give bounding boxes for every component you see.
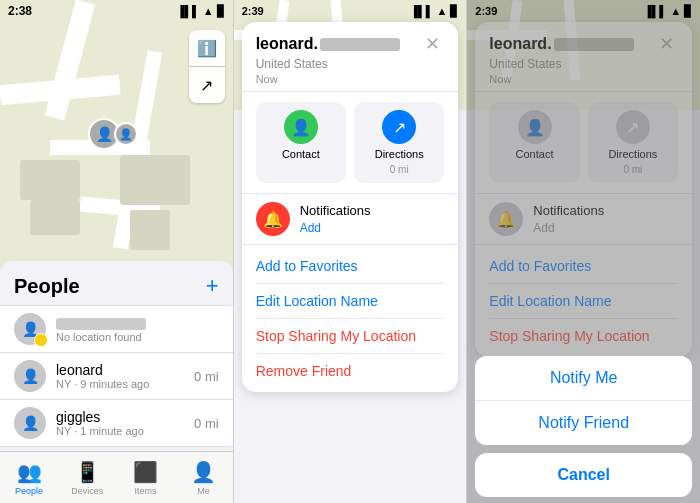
tab-bar: 👥 People 📱 Devices ⬛ Items 👤 Me	[0, 451, 233, 503]
person-info: giggles NY · 1 minute ago	[56, 409, 184, 437]
avatar: 👤 !	[14, 313, 46, 345]
me-tab-icon: 👤	[191, 460, 216, 484]
cancel-button[interactable]: Cancel	[475, 453, 692, 497]
avatar-group: 👤 👤	[88, 118, 138, 150]
badge: !	[34, 333, 48, 347]
add-to-favorites-button[interactable]: Add to Favorites	[256, 249, 445, 284]
card-title-row: leonard. ✕	[256, 32, 445, 56]
tab-label-items: Items	[134, 486, 156, 496]
notify-me-button[interactable]: Notify Me	[475, 356, 692, 401]
battery-icon: ▊	[450, 5, 458, 18]
map-block	[130, 210, 170, 250]
directions-button[interactable]: ↗ Directions 0 mi	[354, 102, 444, 183]
tab-devices[interactable]: 📱 Devices	[58, 452, 116, 503]
person-name: leonard	[56, 362, 184, 378]
contact-label: Contact	[282, 148, 320, 160]
people-sheet: People + 👤 ! No location found	[0, 261, 233, 451]
wifi-icon: ▲	[436, 5, 447, 17]
detail-card: leonard. ✕ United States Now 👤 Contact ↗…	[242, 22, 459, 392]
add-person-button[interactable]: +	[206, 273, 219, 299]
map-block	[20, 160, 80, 200]
status-time: 2:39	[242, 5, 264, 17]
menu-section: Add to Favorites Edit Location Name Stop…	[242, 245, 459, 392]
card-location: United States	[256, 57, 445, 71]
map-block	[120, 155, 190, 205]
signal-icon: ▐▌▌	[410, 5, 433, 17]
notifications-section: 🔔 Notifications Add	[242, 194, 459, 245]
status-bar: 2:38 ▐▌▌ ▲ ▊	[0, 0, 233, 22]
panel-map: 2:38 ▐▌▌ ▲ ▊ ℹ️ ↗ 👤 👤 People +	[0, 0, 234, 503]
add-notification-button[interactable]: Add	[300, 221, 445, 235]
name-blur	[320, 38, 400, 51]
notification-info: Notifications Add	[300, 203, 445, 235]
avatar-marker: 👤 👤	[88, 118, 138, 150]
people-tab-icon: 👥	[17, 460, 42, 484]
person-sublabel: NY · 9 minutes ago	[56, 378, 184, 390]
person-info: No location found	[56, 315, 209, 343]
person-name-text: leonard	[56, 362, 103, 378]
navigation-icon: ↗	[200, 76, 213, 95]
directions-label: Directions	[375, 148, 424, 160]
list-item[interactable]: 👤 giggles NY · 1 minute ago 0 mi	[0, 400, 233, 447]
tab-label-people: People	[15, 486, 43, 496]
person-info: leonard NY · 9 minutes ago	[56, 362, 184, 390]
stop-sharing-button[interactable]: Stop Sharing My Location	[256, 319, 445, 354]
people-list: 👤 ! No location found 👤 leonard	[0, 305, 233, 451]
devices-tab-icon: 📱	[75, 460, 100, 484]
tab-label-me: Me	[197, 486, 210, 496]
person-name	[56, 315, 209, 331]
directions-dist: 0 mi	[390, 164, 409, 175]
avatar: 👤	[14, 360, 46, 392]
person-sublabel: No location found	[56, 331, 209, 343]
notifications-row: 🔔 Notifications Add	[256, 202, 445, 236]
person-sublabel: NY · 1 minute ago	[56, 425, 184, 437]
remove-friend-button[interactable]: Remove Friend	[256, 354, 445, 388]
contact-button[interactable]: 👤 Contact	[256, 102, 346, 183]
close-button[interactable]: ✕	[420, 32, 444, 56]
card-header: leonard. ✕ United States Now	[242, 22, 459, 92]
battery-icon: ▊	[217, 5, 225, 18]
action-sheet-options: Notify Me Notify Friend	[475, 356, 692, 445]
name-blur	[56, 318, 146, 330]
people-title: People	[14, 275, 80, 298]
panel-detail-active: 2:39 ▐▌▌ ▲ ▊ leonard. ✕ United States No…	[234, 0, 468, 503]
avatar-small: 👤	[114, 122, 138, 146]
notify-friend-button[interactable]: Notify Friend	[475, 401, 692, 445]
person-distance: 0 mi	[194, 416, 219, 431]
edit-location-name-button[interactable]: Edit Location Name	[256, 284, 445, 319]
person-name: giggles	[56, 409, 184, 425]
notifications-label: Notifications	[300, 203, 445, 218]
map-block	[30, 200, 80, 235]
status-bar: 2:39 ▐▌▌ ▲ ▊	[234, 0, 467, 22]
directions-icon-symbol: ↗	[393, 118, 406, 137]
action-sheet: Notify Me Notify Friend Cancel	[475, 356, 692, 503]
info-button[interactable]: ℹ️	[189, 30, 225, 66]
tab-label-devices: Devices	[71, 486, 103, 496]
list-item[interactable]: 👤 leonard NY · 9 minutes ago 0 mi	[0, 353, 233, 400]
map-button-group: ℹ️ ↗	[189, 30, 225, 103]
status-icons: ▐▌▌ ▲ ▊	[410, 5, 458, 18]
panel-detail-action-sheet: 2:39 ▐▌▌ ▲ ▊ leonard. ✕ United States No…	[467, 0, 700, 503]
status-time: 2:38	[8, 4, 32, 18]
signal-icon: ▐▌▌	[176, 5, 199, 17]
person-name-text: giggles	[56, 409, 100, 425]
directions-icon: ↗	[382, 110, 416, 144]
status-icons: ▐▌▌ ▲ ▊	[176, 5, 224, 18]
list-item[interactable]: 👤 ! No location found	[0, 305, 233, 353]
avatar: 👤	[14, 407, 46, 439]
action-grid: 👤 Contact ↗ Directions 0 mi	[242, 92, 459, 194]
people-header: People +	[0, 261, 233, 305]
contact-icon-symbol: 👤	[291, 118, 311, 137]
tab-me[interactable]: 👤 Me	[175, 452, 233, 503]
card-time: Now	[256, 73, 445, 85]
wifi-icon: ▲	[203, 5, 214, 17]
notification-icon: 🔔	[256, 202, 290, 236]
items-tab-icon: ⬛	[133, 460, 158, 484]
tab-people[interactable]: 👥 People	[0, 452, 58, 503]
person-distance: 0 mi	[194, 369, 219, 384]
info-icon: ℹ️	[197, 39, 217, 58]
tab-items[interactable]: ⬛ Items	[116, 452, 174, 503]
contact-icon: 👤	[284, 110, 318, 144]
card-person-name: leonard.	[256, 35, 402, 53]
location-arrow-button[interactable]: ↗	[189, 67, 225, 103]
